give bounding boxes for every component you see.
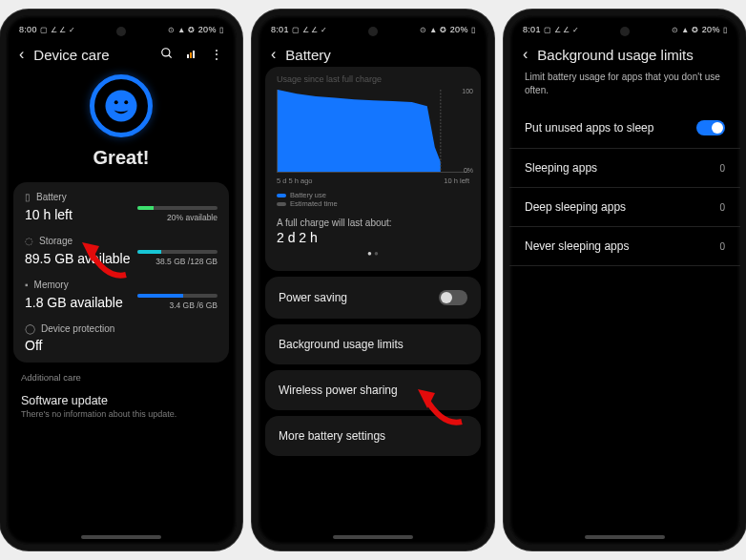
storage-value: 89.5 GB available [25, 251, 131, 266]
status-icons-left: ▢ ∠ ∠ ✓ [544, 26, 580, 34]
search-icon[interactable] [160, 47, 174, 62]
chart-head-truncated: Usage since last full charge [277, 74, 469, 84]
more-battery-settings-row[interactable]: More battery settings [265, 416, 481, 456]
battery-icon: ▯ [723, 26, 727, 34]
stats-icon[interactable] [187, 51, 197, 58]
sleep-toggle-row[interactable]: Put unused apps to sleep [509, 108, 740, 149]
chart-y-100: 100 [462, 88, 473, 94]
more-battery-settings-label: More battery settings [279, 429, 385, 443]
svg-point-3 [114, 100, 118, 104]
battery-value: 10 h left [25, 207, 73, 222]
wireless-power-sharing-row[interactable]: Wireless power sharing [265, 370, 481, 410]
wireless-power-sharing-label: Wireless power sharing [279, 384, 398, 397]
estimate-label: A full charge will last about: [277, 218, 469, 228]
volte-icon: ✪ [440, 26, 446, 34]
shield-icon: ◯ [25, 323, 35, 334]
sleeping-apps-label: Sleeping apps [525, 161, 597, 175]
alarm-icon: ⊙ [672, 26, 678, 34]
alarm-icon: ⊙ [420, 26, 426, 34]
back-icon[interactable]: ‹ [523, 46, 528, 63]
more-icon[interactable]: ⋮ [210, 47, 223, 62]
sleeping-apps-value: 0 [719, 163, 725, 174]
battery-icon: ▯ [471, 26, 475, 34]
chart-x-end: 10 h left [444, 176, 469, 185]
storage-pct-text: 38.5 GB /128 GB [137, 257, 218, 266]
memory-section-icon: ▪ [25, 280, 29, 290]
software-update-title: Software update [21, 394, 221, 407]
back-icon[interactable]: ‹ [271, 46, 276, 63]
deep-sleeping-apps-value: 0 [719, 202, 725, 213]
memory-pct-text: 3.4 GB /6 GB [137, 301, 218, 310]
status-battery-pct: 20% [702, 25, 720, 34]
svg-point-4 [124, 100, 128, 104]
memory-row[interactable]: ▪Memory 1.8 GB available 3.4 GB /6 GB [25, 280, 218, 310]
storage-row[interactable]: ◌Storage 89.5 GB available 38.5 GB /128 … [25, 236, 218, 266]
chart-x-start: 5 d 5 h ago [277, 176, 313, 185]
software-update-sub: There's no information about this update… [21, 409, 221, 419]
status-battery-pct: 20% [198, 25, 217, 34]
protection-row[interactable]: ◯Device protection Off [25, 323, 218, 353]
page-title: Background usage limits [537, 47, 727, 63]
background-usage-limits-label: Background usage limits [279, 338, 404, 351]
status-icons-left: ▢ ∠ ∠ ✓ [292, 26, 328, 34]
background-usage-limits-row[interactable]: Background usage limits [265, 324, 481, 364]
estimate-value: 2 d 2 h [277, 230, 469, 245]
wifi-icon: ▲ [177, 26, 185, 34]
nav-handle[interactable] [585, 535, 665, 539]
chart-y-0: 0% [464, 167, 473, 174]
device-stats-card: ▯Battery 10 h left 20% available ◌Storag… [13, 182, 229, 363]
battery-pct-text: 20% available [137, 213, 218, 222]
legend-battery-use: Battery use [290, 191, 326, 199]
volte-icon: ✪ [692, 26, 698, 34]
volte-icon: ✪ [188, 26, 195, 34]
battery-chart-card[interactable]: Usage since last full charge 100 0% 5 d … [265, 67, 481, 271]
page-dots[interactable]: ● ● [277, 249, 469, 258]
software-update-row[interactable]: Software update There's no information a… [6, 386, 237, 426]
page-title: Battery [285, 47, 475, 63]
deep-sleeping-apps-label: Deep sleeping apps [525, 200, 626, 214]
status-time: 8:00 [19, 25, 37, 34]
never-sleeping-apps-value: 0 [719, 241, 725, 252]
sleep-toggle[interactable] [696, 120, 725, 135]
wifi-icon: ▲ [429, 26, 437, 34]
svg-point-0 [162, 49, 170, 56]
power-saving-row[interactable]: Power saving [265, 277, 481, 319]
additional-care-head: Additional care [6, 368, 237, 386]
memory-value: 1.8 GB available [25, 295, 123, 310]
protection-value: Off [25, 338, 218, 353]
alarm-icon: ⊙ [168, 26, 175, 34]
sleeping-apps-row[interactable]: Sleeping apps 0 [509, 149, 740, 188]
status-time: 8:01 [271, 25, 289, 34]
status-icons-left: ▢ ∠ ∠ ✓ [40, 26, 76, 34]
wifi-icon: ▲ [681, 26, 689, 34]
svg-point-2 [106, 91, 137, 122]
battery-chart: 100 0% [277, 90, 469, 173]
battery-row[interactable]: ▯Battery 10 h left 20% available [25, 192, 218, 222]
sleep-toggle-label: Put unused apps to sleep [525, 121, 653, 135]
deep-sleeping-apps-row[interactable]: Deep sleeping apps 0 [509, 188, 740, 227]
battery-section-icon: ▯ [25, 192, 31, 202]
hero-status: Great! [6, 147, 237, 169]
nav-handle[interactable] [333, 535, 413, 539]
status-face-icon [90, 74, 153, 137]
status-time: 8:01 [523, 25, 541, 34]
svg-line-1 [169, 55, 172, 58]
never-sleeping-apps-row[interactable]: Never sleeping apps 0 [509, 227, 740, 266]
page-title: Device care [33, 47, 151, 63]
storage-section-icon: ◌ [25, 236, 33, 246]
page-description: Limit battery usage for apps that you do… [509, 67, 740, 108]
power-saving-label: Power saving [279, 291, 347, 304]
nav-handle[interactable] [81, 535, 161, 539]
back-icon[interactable]: ‹ [19, 46, 24, 63]
legend-estimated: Estimated time [290, 199, 338, 208]
power-saving-toggle[interactable] [439, 290, 467, 305]
status-battery-pct: 20% [450, 25, 468, 34]
never-sleeping-apps-label: Never sleeping apps [525, 239, 629, 253]
battery-icon: ▯ [219, 26, 223, 34]
